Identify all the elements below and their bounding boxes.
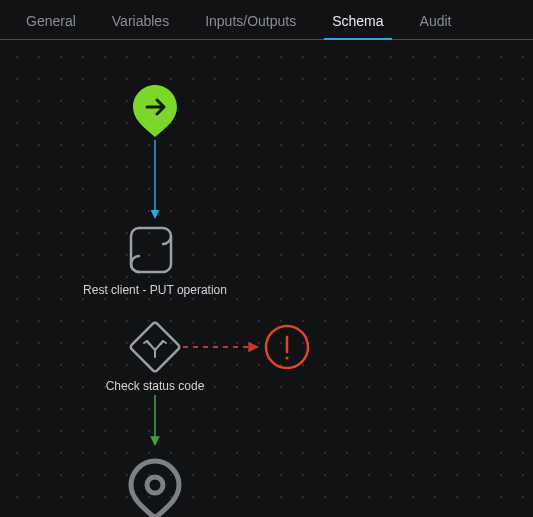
tab-variables[interactable]: Variables bbox=[94, 3, 187, 39]
tab-audit[interactable]: Audit bbox=[402, 3, 470, 39]
end-node[interactable] bbox=[131, 461, 179, 517]
decision-node[interactable] bbox=[130, 322, 181, 373]
scroll-icon bbox=[131, 228, 171, 272]
error-node[interactable] bbox=[266, 326, 308, 368]
script-node[interactable] bbox=[131, 228, 171, 272]
workflow-svg bbox=[0, 40, 533, 517]
target-icon bbox=[147, 477, 163, 493]
tab-general[interactable]: General bbox=[8, 3, 94, 39]
script-node-label: Rest client - PUT operation bbox=[75, 282, 235, 298]
workflow-canvas[interactable]: Rest client - PUT operation Check status… bbox=[0, 40, 533, 517]
tabs-bar: General Variables Inputs/Outputs Schema … bbox=[0, 0, 533, 40]
tab-inputs-outputs[interactable]: Inputs/Outputs bbox=[187, 3, 314, 39]
branch-icon bbox=[144, 341, 166, 357]
svg-point-3 bbox=[285, 356, 288, 359]
decision-node-label: Check status code bbox=[75, 378, 235, 394]
tab-schema[interactable]: Schema bbox=[314, 3, 401, 39]
start-node[interactable] bbox=[133, 85, 177, 137]
svg-rect-1 bbox=[130, 322, 181, 373]
